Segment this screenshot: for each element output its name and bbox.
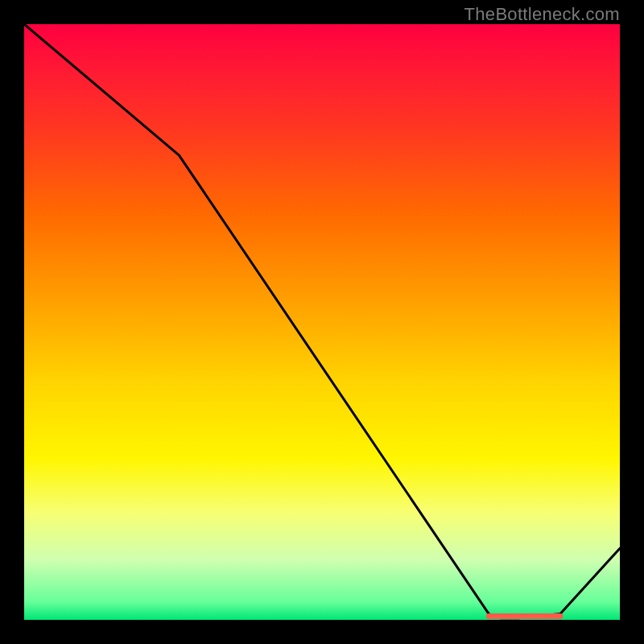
curve-line [24,24,620,618]
chart-svg [24,24,620,620]
attribution-text: TheBottleneck.com [464,4,620,25]
chart-frame: TheBottleneck.com [0,0,644,644]
plot-area [24,24,620,620]
